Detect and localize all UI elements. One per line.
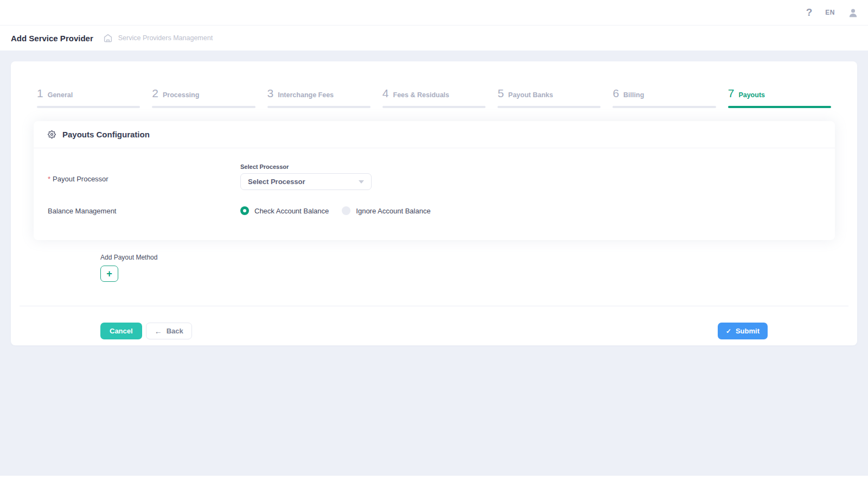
step-number: 2 [152,87,158,100]
back-label: Back [167,327,183,335]
wizard-stepper: 1General 2Processing 3Interchange Fees 4… [11,61,857,108]
section-header: Payouts Configuration [34,121,835,148]
payouts-configuration-panel: Payouts Configuration *Payout Processor … [34,121,835,240]
back-button[interactable]: ← Back [146,323,192,339]
step-billing[interactable]: 6Billing [612,87,716,108]
step-number: 3 [267,87,274,100]
add-payout-method-label: Add Payout Method [100,254,857,261]
payout-processor-label: *Payout Processor [48,163,240,190]
step-progress-bar [728,106,831,108]
field-label-text: Payout Processor [53,175,108,183]
cancel-label: Cancel [110,327,133,335]
section-title: Payouts Configuration [62,130,150,139]
form-actions: Cancel ← Back ✓ Submit [100,323,768,339]
language-selector[interactable]: EN [825,9,835,16]
step-progress-bar [37,106,140,108]
page-background: 1General 2Processing 3Interchange Fees 4… [0,51,868,476]
user-avatar-icon[interactable] [848,8,858,18]
radio-selected-icon[interactable] [240,206,249,215]
top-navbar: ? EN [0,0,868,26]
step-processing[interactable]: 2Processing [152,87,255,108]
home-icon[interactable] [103,33,113,43]
step-label: Payouts [738,91,765,99]
step-number: 6 [612,87,619,100]
radio-label: Check Account Balance [254,207,329,215]
step-progress-bar [612,106,716,108]
step-progress-bar [382,106,486,108]
balance-management-radio-group: Check Account Balance Ignore Account Bal… [240,206,431,215]
check-icon: ✓ [726,327,731,335]
radio-check-account-balance[interactable]: Check Account Balance [240,206,329,215]
step-label: Payout Banks [508,91,553,99]
step-fees-residuals[interactable]: 4Fees & Residuals [382,87,486,108]
footer-divider [20,306,848,306]
step-label: Interchange Fees [278,91,334,99]
step-payouts-active[interactable]: 7Payouts [728,87,831,108]
step-number: 1 [37,87,43,100]
step-interchange-fees[interactable]: 3Interchange Fees [267,87,371,108]
breadcrumb[interactable]: Service Providers Management [118,34,213,42]
gear-icon [48,130,56,138]
step-label: Billing [623,91,644,99]
balance-management-row: Balance Management Check Account Balance… [48,206,821,215]
step-label: Processing [163,91,199,99]
add-payout-method-button[interactable]: + [100,266,118,282]
payout-processor-row: *Payout Processor Select Processor Selec… [48,163,821,190]
step-label: General [48,91,73,99]
required-asterisk: * [48,175,50,183]
plus-icon: + [106,269,112,279]
select-value: Select Processor [248,178,305,186]
step-general[interactable]: 1General [37,87,140,108]
radio-label: Ignore Account Balance [356,207,430,215]
step-label: Fees & Residuals [393,91,450,99]
select-processor-caption: Select Processor [240,163,372,170]
wizard-card: 1General 2Processing 3Interchange Fees 4… [11,61,857,345]
step-payout-banks[interactable]: 5Payout Banks [497,87,601,108]
balance-management-label: Balance Management [48,207,240,215]
add-payout-method-section: Add Payout Method + [100,254,857,282]
submit-label: Submit [736,327,760,335]
page-header: Add Service Provider Service Providers M… [0,26,868,51]
cancel-button[interactable]: Cancel [100,323,142,339]
radio-ignore-account-balance[interactable]: Ignore Account Balance [342,206,430,215]
payout-processor-select[interactable]: Select Processor [240,173,372,190]
step-progress-bar [267,106,371,108]
step-number: 5 [497,87,504,100]
step-progress-bar [152,106,255,108]
step-number: 7 [728,87,735,100]
radio-unselected-icon[interactable] [342,206,350,215]
step-progress-bar [497,106,601,108]
step-number: 4 [382,87,389,100]
arrow-left-icon: ← [155,327,162,336]
help-icon[interactable]: ? [806,7,813,18]
submit-button[interactable]: ✓ Submit [718,323,768,339]
page-title: Add Service Provider [11,34,93,43]
chevron-down-icon [359,180,364,184]
